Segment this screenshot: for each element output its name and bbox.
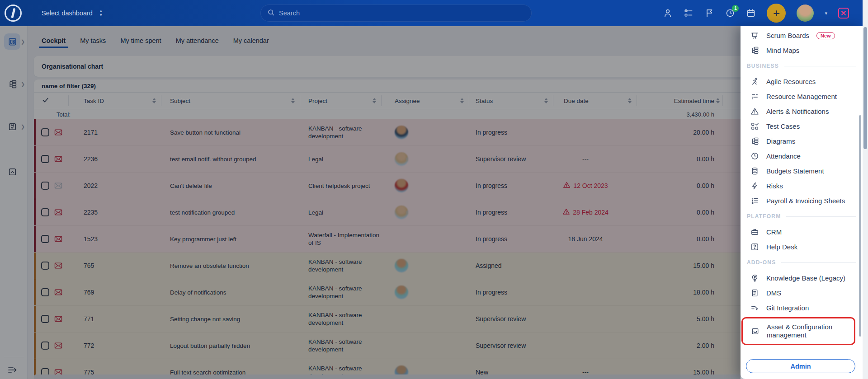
col-header-project[interactable]: Project xyxy=(308,98,327,104)
task-status[interactable]: In progress xyxy=(476,129,507,136)
menu-item-payroll-invoicing-sheets[interactable]: Payroll & Invoicing Sheets xyxy=(741,193,859,208)
task-due-date[interactable]: 18 Jun 2024 xyxy=(531,235,640,243)
col-header-subject[interactable]: Subject xyxy=(170,98,190,104)
task-subject[interactable]: test email notif. without grouped xyxy=(170,155,256,163)
menu-item-alerts-notifications[interactable]: Alerts & Notifications xyxy=(741,104,859,119)
menu-item-diagrams[interactable]: Diagrams xyxy=(741,134,859,149)
menu-item-dms[interactable]: DMS xyxy=(741,285,859,300)
task-id[interactable]: 771 xyxy=(84,315,94,323)
select-all-check-icon[interactable] xyxy=(42,97,49,105)
flag-icon[interactable] xyxy=(704,8,714,18)
task-project[interactable]: Client helpdesk project xyxy=(308,182,380,190)
row-checkbox[interactable] xyxy=(41,288,49,296)
menu-item-agile-resources[interactable]: Agile Resources xyxy=(741,74,859,89)
menu-item-git-integration[interactable]: Git Integration xyxy=(741,300,859,315)
menu-item-asset-configuration-management[interactable]: Asset & Configuration management xyxy=(741,317,855,345)
sort-icon[interactable] xyxy=(460,98,464,103)
table-row[interactable]: 2236test email notif. without groupedLeg… xyxy=(34,146,863,173)
table-row[interactable]: 2235test notification groupedLegalIn pro… xyxy=(34,199,863,226)
task-project[interactable]: KANBAN - software development xyxy=(308,311,380,327)
task-status[interactable]: Supervisor review xyxy=(476,155,526,163)
sidebar-item-tasks[interactable]: ❯ xyxy=(0,117,28,136)
row-checkbox[interactable] xyxy=(41,128,49,136)
app-logo-icon[interactable] xyxy=(5,5,22,22)
table-row[interactable]: 772Logout button partially hiddenKANBAN … xyxy=(34,332,863,359)
task-status[interactable]: In progress xyxy=(476,209,507,216)
row-checkbox[interactable] xyxy=(41,315,49,323)
task-project[interactable]: KANBAN - software development xyxy=(308,125,380,140)
task-id[interactable]: 1523 xyxy=(84,235,98,243)
admin-button[interactable]: Admin xyxy=(746,359,855,373)
task-project[interactable]: Waterfall - Implementation of IS xyxy=(308,231,380,247)
task-subject[interactable]: test notification grouped xyxy=(170,209,235,216)
task-id[interactable]: 2236 xyxy=(84,155,98,163)
task-status[interactable]: In progress xyxy=(476,289,507,296)
task-project[interactable]: KANBAN - software development xyxy=(308,258,380,273)
task-id[interactable]: 769 xyxy=(84,289,94,296)
tab-my-calendar[interactable]: My calendar xyxy=(232,28,270,52)
menu-item-help-desk[interactable]: Help Desk xyxy=(741,239,859,254)
assignee-avatar[interactable] xyxy=(395,206,408,219)
close-recording-icon[interactable] xyxy=(838,8,849,19)
assignee-avatar[interactable] xyxy=(395,259,408,272)
table-row[interactable]: 771Setting change not savingKANBAN - sof… xyxy=(34,306,863,332)
task-project[interactable]: Legal xyxy=(308,155,380,163)
task-subject[interactable]: Delay of notifications xyxy=(170,289,226,296)
task-subject[interactable]: Logout button partially hidden xyxy=(170,342,250,350)
sort-icon[interactable] xyxy=(152,98,156,103)
sort-icon[interactable] xyxy=(544,98,548,103)
task-status[interactable]: Assigned xyxy=(476,262,502,269)
task-status[interactable]: In progress xyxy=(476,235,507,243)
sidebar-item-projects[interactable]: ❯ xyxy=(0,74,28,94)
col-header-task-id[interactable]: Task ID xyxy=(84,98,104,104)
menu-item-attendance[interactable]: Attendance xyxy=(741,149,859,164)
assignee-avatar[interactable] xyxy=(395,285,408,299)
task-subject[interactable]: Setting change not saving xyxy=(170,315,240,323)
table-row[interactable]: 765Remove an obsolete functionKANBAN - s… xyxy=(34,253,863,279)
user-icon[interactable] xyxy=(663,8,673,18)
task-project[interactable]: Legal xyxy=(308,209,380,216)
page-scrollbar[interactable] xyxy=(863,0,868,379)
col-header-estimated-time[interactable]: Estimated time xyxy=(635,98,714,104)
tab-my-tasks[interactable]: My tasks xyxy=(79,28,107,52)
task-id[interactable]: 2171 xyxy=(84,129,98,136)
task-id[interactable]: 772 xyxy=(84,342,94,349)
menu-item-resource-management[interactable]: Resource Management xyxy=(741,89,859,104)
checklist-icon[interactable] xyxy=(684,8,693,18)
time-tracking-icon[interactable]: 1 xyxy=(725,8,735,18)
menu-item-crm[interactable]: CRM xyxy=(741,225,859,239)
task-subject[interactable]: Key programmer just left xyxy=(170,235,236,243)
task-project[interactable]: KANBAN - software development xyxy=(308,338,380,353)
assignee-avatar[interactable] xyxy=(395,179,408,192)
search-input[interactable]: Search xyxy=(260,5,532,22)
task-id[interactable]: 765 xyxy=(84,262,94,269)
menu-item-knowledge-base-legacy-[interactable]: Knowledge Base (Legacy) xyxy=(741,271,859,285)
tab-my-time-spent[interactable]: My time spent xyxy=(119,28,162,52)
task-id[interactable]: 2022 xyxy=(84,182,98,189)
task-status[interactable]: Supervisor review xyxy=(476,315,526,323)
sidebar-expand-icon[interactable] xyxy=(6,364,18,376)
task-subject[interactable]: Remove an obsolete function xyxy=(170,262,249,270)
task-due-date[interactable]: 28 Feb 2024 xyxy=(531,208,640,217)
horizontal-scrollbar[interactable] xyxy=(34,374,768,379)
row-checkbox[interactable] xyxy=(41,262,49,270)
col-header-status[interactable]: Status xyxy=(476,98,493,104)
calendar-icon[interactable] xyxy=(746,8,756,18)
task-due-date[interactable]: 12 Oct 2023 xyxy=(531,181,640,190)
row-checkbox[interactable] xyxy=(41,155,49,163)
filter-title[interactable]: name of filter (329) xyxy=(34,80,863,92)
tab-my-attendance[interactable]: My attendance xyxy=(175,28,220,52)
menu-item-test-cases[interactable]: Test Cases xyxy=(741,119,859,134)
menu-item-mind-maps[interactable]: Mind Maps xyxy=(741,43,859,58)
sort-icon[interactable] xyxy=(291,98,295,103)
menu-item-scrum-boards[interactable]: Scrum BoardsNew xyxy=(741,28,859,43)
task-due-date[interactable]: --- xyxy=(531,155,640,163)
page-scrollbar-thumb[interactable] xyxy=(863,27,867,149)
task-subject[interactable]: Can't delete file xyxy=(170,182,212,190)
task-id[interactable]: 2235 xyxy=(84,209,98,216)
row-checkbox[interactable] xyxy=(41,208,49,216)
task-project[interactable]: KANBAN - software development xyxy=(308,285,380,300)
chevron-down-icon[interactable]: ▾ xyxy=(825,10,827,16)
menu-item-budgets-statement[interactable]: Budgets Statement xyxy=(741,164,859,178)
tab-cockpit[interactable]: Cockpit xyxy=(41,28,66,52)
